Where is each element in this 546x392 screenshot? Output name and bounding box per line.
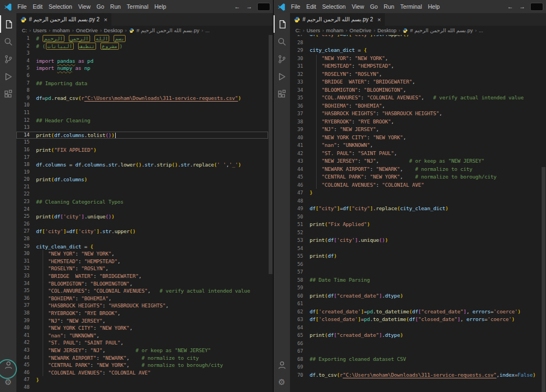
- menu-file[interactable]: File: [288, 3, 303, 10]
- line-number[interactable]: 63: [290, 316, 310, 324]
- code-line[interactable]: 21: [16, 183, 268, 191]
- code-line[interactable]: 33 "BRIDGE WATER": "BRIDGEWATER",: [16, 272, 268, 280]
- source-control-icon[interactable]: [274, 50, 290, 68]
- line-number[interactable]: 55: [290, 252, 310, 260]
- code-line[interactable]: 7## Importing data: [16, 80, 268, 87]
- code-line[interactable]: 26: [16, 221, 268, 228]
- line-number[interactable]: 60: [290, 292, 310, 300]
- line-number[interactable]: 42: [16, 339, 36, 347]
- tab-close-icon[interactable]: ×: [377, 16, 381, 23]
- line-number[interactable]: 69: [290, 363, 310, 371]
- line-number[interactable]: 50: [290, 213, 310, 221]
- code-line[interactable]: 62df['created_date']=pd.to_datetime(df["…: [290, 308, 541, 316]
- scrollbar[interactable]: [541, 35, 546, 392]
- code-line[interactable]: 28: [16, 235, 268, 243]
- code-line[interactable]: 23## Cleaning Categorical Typos: [16, 198, 268, 206]
- crumb-drive[interactable]: C:: [295, 27, 301, 33]
- code-editor[interactable]: 27df['city']=df['city'].str.upper()2829c…: [290, 35, 541, 392]
- line-number[interactable]: 30: [16, 250, 36, 258]
- code-line[interactable]: 34 "BLOOMIGTON": "BLOOMINGTON",: [16, 280, 268, 288]
- code-line[interactable]: 51print("Fix Applied"): [290, 221, 541, 229]
- settings-gear-icon[interactable]: ⚙: [0, 373, 16, 391]
- back-arrow-icon[interactable]: ←: [505, 3, 516, 10]
- line-number[interactable]: 18: [16, 161, 36, 169]
- line-number[interactable]: 6: [16, 72, 36, 80]
- line-number[interactable]: 36: [290, 102, 310, 110]
- menu-selection[interactable]: Selection: [46, 3, 75, 10]
- line-number[interactable]: 33: [16, 272, 36, 280]
- line-number[interactable]: 10: [16, 102, 36, 109]
- extensions-icon[interactable]: [274, 85, 290, 103]
- line-number[interactable]: 11: [16, 109, 36, 117]
- code-line[interactable]: 22: [16, 191, 268, 198]
- line-number[interactable]: 17: [16, 154, 36, 162]
- code-line[interactable]: 14print(df.columns.tolist()): [16, 132, 268, 139]
- line-number[interactable]: 43: [16, 347, 36, 354]
- line-number[interactable]: 9: [16, 94, 36, 102]
- crumb-moham[interactable]: moham: [326, 27, 343, 33]
- code-line[interactable]: 61: [290, 300, 541, 308]
- code-line[interactable]: 11: [16, 109, 268, 117]
- line-number[interactable]: 48: [16, 384, 36, 391]
- line-number[interactable]: 62: [290, 308, 310, 316]
- code-line[interactable]: 32 "ROSELYN": "ROSLYN",: [290, 70, 541, 79]
- run-debug-icon[interactable]: [0, 68, 16, 85]
- code-line[interactable]: 6: [16, 72, 268, 80]
- menu-selection[interactable]: Selection: [319, 3, 348, 10]
- line-number[interactable]: 37: [16, 302, 36, 310]
- line-number[interactable]: 25: [16, 213, 36, 221]
- line-number[interactable]: 46: [290, 181, 310, 189]
- code-line[interactable]: 13: [16, 124, 268, 132]
- line-number[interactable]: 35: [16, 287, 36, 295]
- search-icon[interactable]: [274, 33, 290, 50]
- line-number[interactable]: 21: [16, 183, 36, 191]
- line-number[interactable]: 24: [16, 206, 36, 213]
- code-line[interactable]: 30 "NEW YOR": "NEW YORK",: [290, 55, 541, 63]
- line-number[interactable]: 32: [290, 70, 310, 79]
- line-number[interactable]: 33: [290, 78, 310, 86]
- back-arrow-icon[interactable]: ←: [232, 3, 243, 10]
- code-line[interactable]: 58## Date Time Parsing: [290, 276, 541, 284]
- code-line[interactable]: 43 "NEW JERSEY": "NJ", # or keep as "NEW…: [16, 347, 268, 354]
- line-number[interactable]: 4: [16, 57, 36, 65]
- code-line[interactable]: 32 "ROSELYN": "ROSLYN",: [16, 265, 268, 272]
- crumb-onedrive[interactable]: OneDrive: [76, 27, 98, 33]
- code-line[interactable]: 33 "BRIDGE WATER": "BRIDGEWATER",: [290, 78, 541, 86]
- tab-close-icon[interactable]: ×: [104, 16, 107, 23]
- line-number[interactable]: 67: [290, 347, 310, 355]
- code-line[interactable]: 3: [16, 50, 268, 57]
- code-line[interactable]: 55print(df): [290, 252, 541, 260]
- code-line[interactable]: 19: [16, 169, 268, 176]
- code-line[interactable]: 67: [290, 347, 541, 355]
- crumb-onedrive[interactable]: OneDrive: [349, 27, 371, 33]
- line-number[interactable]: 66: [290, 340, 310, 348]
- line-number[interactable]: 34: [16, 280, 36, 288]
- code-line[interactable]: 5import numpy as np: [16, 64, 268, 72]
- line-number[interactable]: 47: [290, 189, 310, 197]
- line-number[interactable]: 44: [290, 165, 310, 174]
- code-line[interactable]: 36 "BOHIEMA": "BOHEMIA",: [290, 102, 541, 110]
- line-number[interactable]: 57: [290, 268, 310, 276]
- crumb-users[interactable]: Users: [33, 27, 47, 33]
- line-number[interactable]: 54: [290, 245, 310, 253]
- line-number[interactable]: 46: [16, 369, 36, 377]
- code-line[interactable]: 8: [16, 87, 268, 94]
- line-number[interactable]: 64: [290, 324, 310, 332]
- line-number[interactable]: 7: [16, 80, 36, 87]
- code-line[interactable]: 16print("FIX APPLIED"): [16, 146, 268, 154]
- crumb-symbol-ellipsis[interactable]: ...: [205, 27, 210, 33]
- line-number[interactable]: 12: [16, 117, 36, 124]
- forward-arrow-icon[interactable]: →: [244, 3, 255, 10]
- line-number[interactable]: 47: [16, 376, 36, 384]
- line-number[interactable]: 65: [290, 331, 310, 340]
- code-line[interactable]: 47}: [16, 376, 268, 384]
- code-line[interactable]: 28: [290, 39, 541, 47]
- scrollbar-thumb[interactable]: [269, 35, 272, 274]
- line-number[interactable]: 30: [290, 55, 310, 63]
- line-number[interactable]: 38: [16, 310, 36, 317]
- line-number[interactable]: 31: [16, 258, 36, 265]
- line-number[interactable]: 56: [290, 260, 310, 269]
- line-number[interactable]: 19: [16, 169, 36, 176]
- code-line[interactable]: 20print(df.columns): [16, 176, 268, 183]
- line-number[interactable]: 39: [16, 317, 36, 325]
